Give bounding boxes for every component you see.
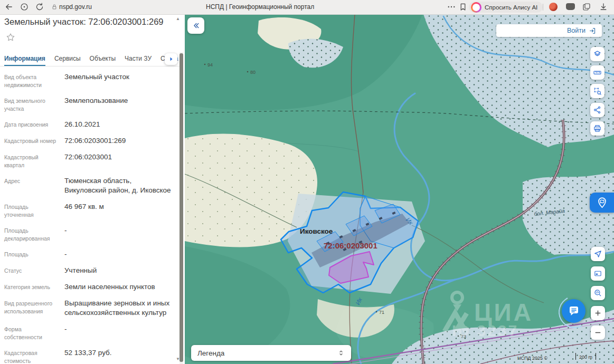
- field-value: 52 133,37 руб.: [64, 348, 172, 364]
- field-label: Площадь декларированная: [4, 226, 58, 243]
- field-label: Вид объекта недвижимости: [4, 72, 58, 89]
- area-search-icon[interactable]: [590, 84, 604, 98]
- field-value: Тюменская область, Викуловский район, д.…: [64, 176, 172, 195]
- field-row: Площадь уточненная46 967 кв. м: [4, 202, 172, 219]
- village-label: Иковское: [300, 227, 333, 235]
- scroll-up-icon[interactable]: ▲: [176, 16, 180, 21]
- field-label: Площадь: [4, 250, 58, 259]
- legend-label: Легенда: [197, 349, 337, 357]
- profile-icon[interactable]: [20, 2, 29, 12]
- browser-toolbar: nspd.gov.ru НСПД | Геоинформационный пор…: [0, 0, 614, 15]
- panel-tab[interactable]: Информация: [4, 52, 45, 66]
- panel-tab[interactable]: Сервисы: [54, 52, 81, 66]
- field-value: -: [64, 250, 172, 259]
- page-title: Земельный участок: 72:06:0203001:269: [4, 17, 178, 27]
- field-label: Кадастровый квартал: [4, 152, 58, 169]
- page-tab-title: НСПД | Геоинформационный портал: [206, 3, 314, 11]
- toolbar-divider: [543, 4, 543, 11]
- field-value: Земельный участок: [64, 72, 172, 89]
- field-row: Вид земельного участкаЗемлепользование: [4, 96, 172, 113]
- map-scale-label: 200 m: [579, 355, 592, 360]
- field-label: Кадастровый номер: [4, 136, 58, 146]
- field-label: Кадастровая стоимость: [4, 348, 58, 364]
- chat-icon: [568, 305, 580, 318]
- map-canvas[interactable]: Иковское 72:06:0203001 Ик Ик бол. Марайа…: [185, 14, 614, 364]
- locate-icon[interactable]: [591, 247, 605, 261]
- field-row: АдресТюменская область, Викуловский райо…: [4, 176, 172, 195]
- field-label: Вид разрешенного использования: [4, 299, 58, 318]
- panel-scrollbar[interactable]: [180, 52, 183, 364]
- print-icon[interactable]: [590, 121, 604, 136]
- lock-icon: [51, 3, 58, 11]
- scroll-down-icon[interactable]: ▼: [176, 357, 180, 361]
- field-row: Вид объекта недвижимостиЗемельный участо…: [4, 72, 172, 89]
- info-panel: Земельный участок: 72:06:0203001:269 ▲ И…: [0, 14, 185, 364]
- panel-tabs: ИнформацияСервисыОбъектыЧасти ЗУСостаГ: [0, 52, 186, 66]
- panel-tab[interactable]: Части ЗУ: [125, 52, 152, 66]
- field-value: Земли населенных пунктов: [64, 282, 172, 292]
- watermark-id: ID 3237: [452, 322, 518, 339]
- field-value: Землепользование: [64, 96, 172, 113]
- field-label: Форма собственности: [4, 324, 58, 341]
- alice-label: Спросить Алису AI: [485, 4, 537, 11]
- field-row: Кадастровый номер72:06:0203001:269: [4, 136, 172, 146]
- panel-tab[interactable]: Объекты: [90, 52, 116, 66]
- browser-widget-icon[interactable]: [566, 3, 575, 10]
- field-row: Кадастровый квартал72:06:0203001: [4, 152, 172, 169]
- tabs-divider: [0, 66, 180, 66]
- ask-alice-button[interactable]: Спросить Алису AI: [469, 2, 543, 13]
- field-row: Вид разрешенного использованияВыращивани…: [4, 299, 172, 318]
- field-row: Площадь-: [4, 250, 172, 259]
- tabs-icon[interactable]: [582, 2, 591, 12]
- panel-fields: Вид объекта недвижимостиЗемельный участо…: [4, 72, 172, 364]
- back-icon[interactable]: [4, 2, 14, 12]
- login-label: Войти: [567, 27, 585, 34]
- field-value: -: [64, 324, 172, 341]
- favorite-star-icon[interactable]: [5, 32, 16, 44]
- extension-icon[interactable]: [549, 3, 558, 11]
- url-text[interactable]: nspd.gov.ru: [59, 3, 92, 11]
- layers-icon[interactable]: [590, 47, 604, 61]
- panel-scrollbar-thumb[interactable]: [180, 53, 183, 362]
- login-button[interactable]: Войти: [496, 24, 602, 37]
- bookmark-icon[interactable]: [458, 2, 468, 12]
- coordinate-search-icon[interactable]: [591, 286, 605, 300]
- map-scale-bar: 200 m: [575, 353, 596, 360]
- ruler-icon[interactable]: [590, 65, 604, 80]
- field-row: Форма собственности-: [4, 324, 172, 341]
- screen: nspd.gov.ru НСПД | Геоинформационный пор…: [0, 0, 614, 364]
- field-row: Кадастровая стоимость52 133,37 руб.: [4, 348, 172, 364]
- tabs-scroll-right-button[interactable]: [165, 53, 177, 65]
- collapse-panel-button[interactable]: [187, 17, 204, 34]
- field-row: Категория земельЗемли населенных пунктов: [4, 282, 172, 292]
- share-icon[interactable]: [590, 103, 604, 117]
- map-area[interactable]: Иковское 72:06:0203001 Ик Ик бол. Марайа…: [185, 14, 614, 364]
- field-value: -: [64, 226, 172, 243]
- field-row: Площадь декларированная-: [4, 226, 172, 243]
- field-label: Площадь уточненная: [4, 202, 58, 219]
- chat-button[interactable]: [562, 299, 585, 323]
- field-value: 72:06:0203001: [64, 152, 172, 169]
- field-value: 46 967 кв. м: [64, 202, 172, 219]
- overview-map-icon[interactable]: [591, 266, 605, 281]
- zoom-out-icon[interactable]: [591, 325, 605, 340]
- field-row: Дата присвоения26.10.2021: [4, 120, 172, 129]
- more-icon[interactable]: [447, 2, 456, 12]
- zoom-in-icon[interactable]: [591, 306, 605, 320]
- login-icon: [589, 27, 597, 35]
- legend-toggle[interactable]: Легенда: [191, 345, 351, 361]
- field-label: Статус: [4, 266, 58, 275]
- svg-text:94: 94: [207, 62, 213, 68]
- download-icon[interactable]: [599, 2, 608, 12]
- field-label: Вид земельного участка: [4, 96, 58, 113]
- svg-text:71: 71: [379, 310, 384, 315]
- reload-icon[interactable]: [35, 2, 44, 12]
- field-value: Учтенный: [64, 266, 172, 275]
- identify-tool-button-active[interactable]: [590, 193, 614, 213]
- field-row: СтатусУчтенный: [4, 266, 172, 275]
- svg-text:80: 80: [250, 70, 256, 75]
- cadastral-quarter-label: 72:06:0203001: [324, 241, 377, 250]
- field-value: Выращивание зерновых и иных сельскохозяй…: [64, 299, 172, 318]
- field-value: 72:06:0203001:269: [64, 136, 172, 146]
- field-label: Адрес: [4, 176, 58, 195]
